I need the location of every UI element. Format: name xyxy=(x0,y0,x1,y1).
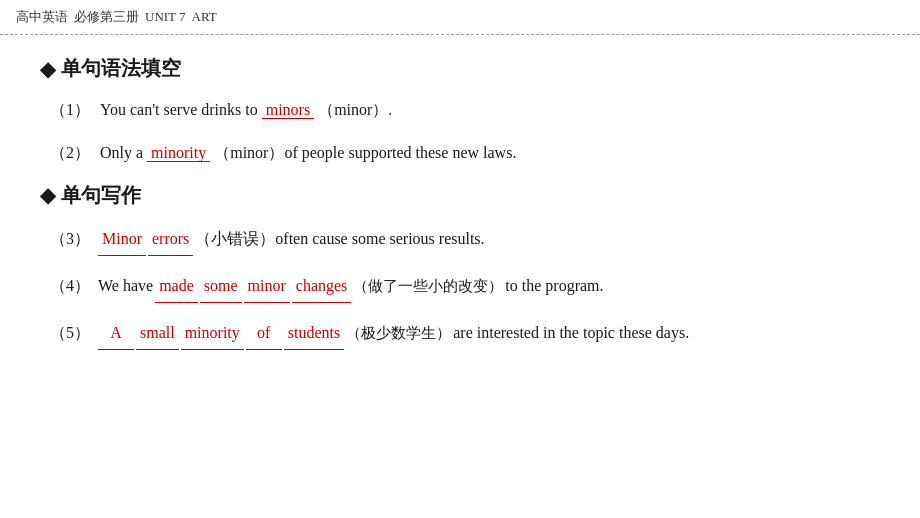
item-num-3: （3） xyxy=(50,223,90,255)
header-unit: UNIT 7 xyxy=(145,9,186,25)
blank-changes: changes xyxy=(292,270,352,303)
header-subject: 高中英语 xyxy=(16,8,68,26)
blank-small: small xyxy=(136,317,179,350)
blank-minority-5: minority xyxy=(181,317,244,350)
item-text-1: You can't serve drinks to minors （minor）… xyxy=(100,96,392,125)
header-topic: ART xyxy=(192,9,217,25)
blank-some: some xyxy=(200,270,242,303)
page-header: 高中英语 必修第三册 UNIT 7 ART xyxy=(0,0,920,35)
blank-made: made xyxy=(155,270,198,303)
blank-a: A xyxy=(98,317,134,350)
blank-of: of xyxy=(246,317,282,350)
blank-minority: minority xyxy=(147,144,210,162)
item-num-1: （1） xyxy=(50,96,90,125)
blank-minors: minors xyxy=(262,101,314,119)
blank-minor-3: Minor xyxy=(98,223,146,256)
exercise-item-5: （5） A small minority of students （极少数学生）… xyxy=(40,317,880,350)
main-content: 单句语法填空 （1） You can't serve drinks to min… xyxy=(0,35,920,384)
item-text-2: Only a minority （minor）of people support… xyxy=(100,139,516,168)
item-after-5: are interested in the topic these days. xyxy=(453,317,689,349)
blank-students: students xyxy=(284,317,344,350)
item-prefix-4: We have xyxy=(98,270,153,302)
item-after-4: to the program. xyxy=(505,270,603,302)
exercise-item-1: （1） You can't serve drinks to minors （mi… xyxy=(40,96,880,125)
item-num-4: （4） xyxy=(50,270,90,302)
blank-minor-4: minor xyxy=(244,270,290,303)
item-text-3: （小错误）often cause some serious results. xyxy=(195,223,484,255)
chinese-hint-5: （极少数学生） xyxy=(346,318,451,348)
section1-title: 单句语法填空 xyxy=(40,55,880,82)
section2-title: 单句写作 xyxy=(40,182,880,209)
chinese-hint-4: （做了一些小的改变） xyxy=(353,271,503,301)
blank-errors: errors xyxy=(148,223,193,256)
header-book: 必修第三册 xyxy=(74,8,139,26)
item-num-5: （5） xyxy=(50,317,90,349)
exercise-item-4: （4） We have made some minor changes （做了一… xyxy=(40,270,880,303)
item-num-2: （2） xyxy=(50,139,90,168)
exercise-item-3: （3） Minor errors （小错误）often cause some s… xyxy=(40,223,880,256)
exercise-item-2: （2） Only a minority （minor）of people sup… xyxy=(40,139,880,168)
